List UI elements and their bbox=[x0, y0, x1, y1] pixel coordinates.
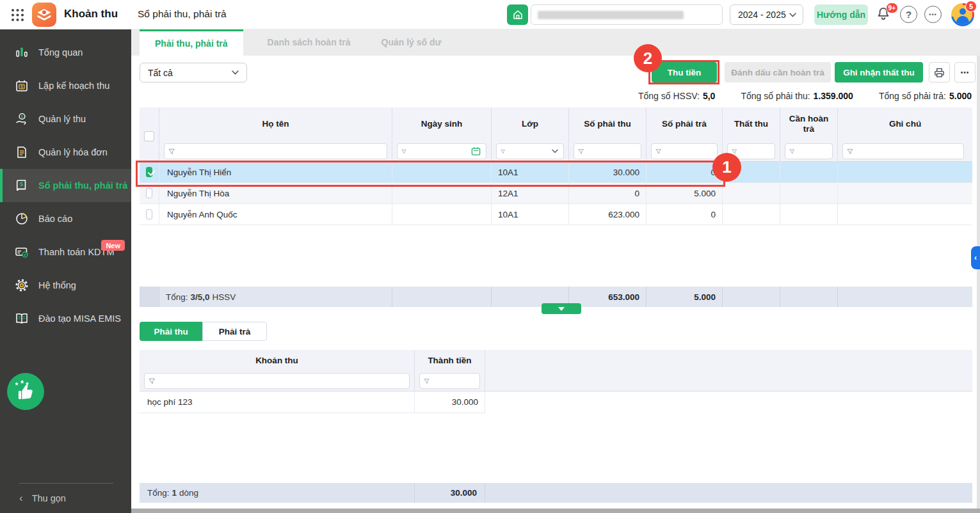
sidebar-item-quan-ly-hoa-don[interactable]: Quản lý hóa đơn bbox=[0, 136, 131, 169]
app-logo-icon[interactable] bbox=[32, 3, 56, 27]
cell-class: 10A1 bbox=[492, 162, 569, 182]
sidebar-item-he-thong[interactable]: Hệ thống bbox=[0, 269, 131, 302]
apps-grid-icon[interactable] bbox=[11, 8, 24, 22]
sidebar-item-label: Báo cáo bbox=[38, 214, 72, 224]
row-checkbox[interactable] bbox=[146, 167, 152, 177]
detail-header-row: Khoản thu Thành tiền bbox=[140, 350, 972, 371]
cell-class: 10A1 bbox=[492, 204, 569, 225]
filter-so-phai-thu-input[interactable] bbox=[587, 146, 637, 156]
detail-tab-phai-tra[interactable]: Phải trả bbox=[202, 322, 267, 341]
summary-stats: Tổng số HSSV:5,0 Tổng số phải thu:1.359.… bbox=[638, 91, 972, 101]
sidebar-item-tong-quan[interactable]: Tổng quan bbox=[0, 36, 131, 69]
detail-row[interactable]: học phí 123 30.000 bbox=[140, 391, 972, 413]
school-year-select[interactable]: 2024 - 2025 bbox=[730, 4, 803, 25]
status-filter-select[interactable]: Tất cả bbox=[140, 63, 247, 83]
search-input[interactable] bbox=[531, 4, 723, 25]
ledger-book-icon: $ bbox=[13, 177, 30, 194]
filter-khoan-thu-input[interactable] bbox=[159, 376, 405, 386]
col-khoan-thu: Khoản thu bbox=[140, 350, 415, 371]
triangle-down-icon bbox=[558, 307, 565, 311]
cell-name: Nguyễn Thị Hòa bbox=[159, 183, 392, 203]
funnel-icon bbox=[401, 148, 406, 155]
col-so-phai-thu: Số phải thu bbox=[569, 107, 647, 141]
print-button[interactable] bbox=[929, 62, 950, 83]
tab-danh-sach-hoan-tra[interactable]: Danh sách hoàn trả bbox=[252, 29, 366, 56]
more-glyph: ••• bbox=[929, 12, 936, 18]
avatar[interactable]: 5 bbox=[951, 3, 974, 26]
funnel-icon bbox=[149, 378, 156, 384]
cell-fee-name: học phí 123 bbox=[140, 391, 415, 413]
sidebar-collapse-button[interactable]: ‹ Thu gọn bbox=[0, 483, 131, 513]
filter-ngay-sinh-input[interactable] bbox=[410, 146, 468, 156]
help-button[interactable]: Hướng dẫn bbox=[814, 4, 868, 25]
detail-filter-row bbox=[140, 371, 972, 391]
payment-card-icon bbox=[13, 244, 30, 260]
feedback-thumbs-up-icon[interactable] bbox=[7, 373, 44, 410]
cell-receivable: 0 bbox=[569, 183, 647, 203]
cell-birth bbox=[392, 162, 492, 182]
detail-footer-amount-total: 30.000 bbox=[415, 483, 485, 503]
filter-thanh-tien-input[interactable] bbox=[433, 376, 476, 386]
tab-strip: Phải thu, phải trả Danh sách hoàn trả Qu… bbox=[131, 29, 980, 56]
sidebar-item-lap-ke-hoach-thu[interactable]: $ Lập kế hoạch thu bbox=[0, 69, 131, 102]
vertical-scrollbar[interactable] bbox=[977, 56, 980, 509]
table-more-actions-button[interactable]: ••• bbox=[954, 62, 976, 83]
filter-can-hoan-tra-input[interactable] bbox=[798, 146, 828, 156]
select-all-checkbox[interactable] bbox=[144, 131, 154, 141]
mark-refund-button[interactable]: Đánh dấu cần hoàn trả bbox=[725, 62, 831, 83]
cell-loss bbox=[723, 183, 780, 203]
cell-class: 12A1 bbox=[492, 183, 569, 203]
row-checkbox[interactable] bbox=[146, 188, 152, 198]
status-filter-value: Tất cả bbox=[148, 68, 173, 78]
tab-phai-thu-phai-tra[interactable]: Phải thu, phải trả bbox=[140, 29, 243, 56]
invoice-icon bbox=[13, 144, 30, 161]
app-title: Khoản thu bbox=[64, 8, 118, 20]
help-question-icon[interactable]: ? bbox=[900, 6, 917, 23]
sidebar-item-quan-ly-thu[interactable]: $ Quản lý thu bbox=[0, 102, 131, 136]
panel-collapse-arrow[interactable] bbox=[542, 303, 581, 314]
svg-text:$: $ bbox=[20, 181, 23, 187]
sidebar-item-label: Hệ thống bbox=[38, 280, 76, 290]
cell-birth bbox=[392, 183, 492, 203]
sidebar-item-label: Tổng quan bbox=[38, 47, 83, 58]
sidebar-item-dao-tao-misa-emis[interactable]: Đào tạo MISA EMIS bbox=[0, 302, 131, 335]
cell-receivable: 30.000 bbox=[569, 162, 647, 182]
record-loss-button[interactable]: Ghi nhận thất thu bbox=[835, 62, 923, 83]
filter-so-phai-tra-input[interactable] bbox=[664, 146, 713, 156]
side-panel-expand-handle[interactable]: ‹ bbox=[971, 246, 980, 269]
filter-ho-ten-input[interactable] bbox=[178, 146, 383, 156]
detail-tab-phai-thu[interactable]: Phải thu bbox=[140, 322, 202, 341]
bar-chart-icon bbox=[13, 44, 30, 61]
more-options-icon[interactable]: ••• bbox=[924, 6, 942, 23]
collect-money-button[interactable]: Thu tiền bbox=[652, 62, 717, 83]
notifications-bell-icon[interactable]: 9+ bbox=[875, 6, 894, 25]
sidebar-item-label: Quản lý hóa đơn bbox=[38, 147, 108, 157]
filter-that-thu-input[interactable] bbox=[741, 146, 771, 156]
funnel-icon bbox=[501, 148, 505, 155]
col-that-thu: Thất thu bbox=[723, 107, 780, 141]
sidebar-item-thanh-toan-kdtm[interactable]: Thanh toán KDTM New bbox=[0, 235, 131, 269]
chevron-down-icon[interactable] bbox=[552, 149, 558, 154]
cell-receivable: 623.000 bbox=[569, 204, 647, 225]
calendar-icon[interactable] bbox=[471, 146, 481, 156]
collapse-label: Thu gọn bbox=[32, 493, 66, 503]
filter-ghi-chu-input[interactable] bbox=[856, 146, 960, 156]
sidebar-item-so-phai-thu-phai-tra[interactable]: $ Sổ phải thu, phải trả bbox=[0, 169, 131, 202]
cell-note bbox=[838, 204, 972, 225]
tab-quan-ly-so-du[interactable]: Quản lý số dư bbox=[366, 29, 457, 56]
search-redacted-text bbox=[538, 11, 684, 19]
home-button[interactable] bbox=[507, 4, 528, 25]
horizontal-scrollbar[interactable] bbox=[131, 509, 980, 513]
table-row[interactable]: Nguyễn Thị Hiển 10A1 30.000 0 bbox=[140, 162, 972, 183]
filter-lop-input[interactable] bbox=[508, 146, 549, 156]
topbar: Khoản thu Sổ phải thu, phải trả 2024 - 2… bbox=[0, 0, 980, 29]
cell-payable: 0 bbox=[647, 204, 723, 225]
table-row[interactable]: Nguyễn Thị Hòa 12A1 0 5.000 bbox=[140, 183, 972, 204]
col-ngay-sinh: Ngày sinh bbox=[392, 107, 492, 141]
sidebar: Tổng quan $ Lập kế hoạch thu $ Quản lý t… bbox=[0, 29, 131, 513]
table-row[interactable]: Nguyễn Anh Quốc 10A1 623.000 0 bbox=[140, 204, 972, 225]
funnel-icon bbox=[789, 148, 795, 155]
row-checkbox[interactable] bbox=[146, 209, 152, 219]
cell-note bbox=[838, 162, 972, 182]
sidebar-item-bao-cao[interactable]: Báo cáo bbox=[0, 202, 131, 235]
